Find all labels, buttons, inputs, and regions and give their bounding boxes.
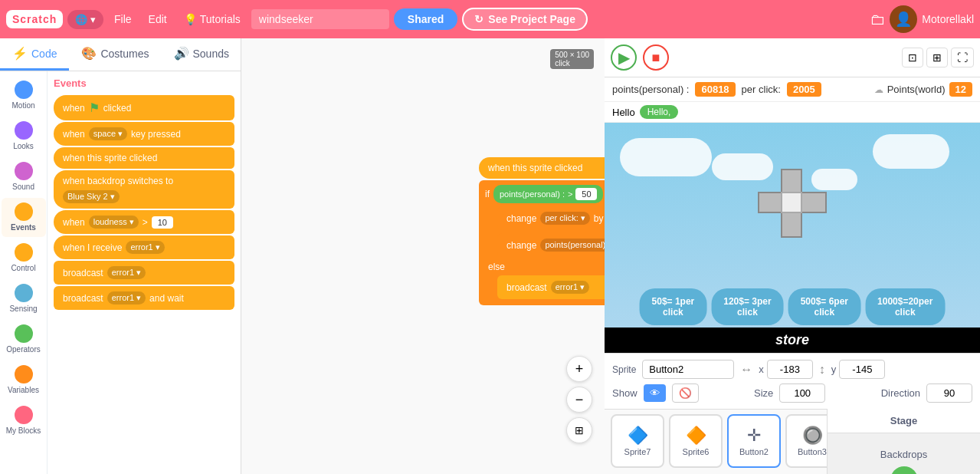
cat-motion[interactable]: Motion: [2, 76, 46, 115]
key-dropdown[interactable]: space ▾: [89, 127, 127, 140]
script-change-perclick: change per click: ▾ by 1: [497, 206, 605, 230]
size-label: 500 × 100click: [550, 49, 594, 69]
loudness-value[interactable]: 10: [152, 216, 173, 229]
per-click-label: per click:: [742, 84, 781, 95]
control-dot: [15, 243, 33, 262]
cat-operators[interactable]: Operators: [2, 320, 46, 359]
tab-bar: ⚡ Code 🎨 Costumes 🔊 Sounds: [0, 38, 241, 71]
tab-costumes[interactable]: 🎨 Costumes: [69, 38, 161, 71]
cat-control[interactable]: Control: [2, 239, 46, 278]
zoom-in-button[interactable]: +: [566, 356, 592, 382]
block-flag-clicked[interactable]: when ⚑ clicked: [54, 95, 234, 120]
cross-center: [781, 192, 802, 213]
block-broadcast[interactable]: broadcast error1 ▾: [54, 261, 234, 285]
zoom-reset-button[interactable]: ⊞: [566, 417, 592, 443]
block-broadcast-wait[interactable]: broadcast error1 ▾ and wait: [54, 286, 234, 310]
events-dot: [15, 202, 33, 221]
block-loudness[interactable]: when loudness ▾ > 10: [54, 210, 234, 234]
sprite-thumb-sprite7[interactable]: 🔷 Sprite7: [611, 414, 664, 468]
hello-bar: Hello Hello,: [605, 102, 980, 123]
change-perclick-block[interactable]: change per click: ▾ by 1: [497, 206, 605, 230]
file-menu[interactable]: File: [108, 9, 138, 29]
script-if-block[interactable]: if points(personal) : > 50 or points(per…: [479, 180, 605, 305]
see-project-button[interactable]: ↻ See Project Page: [462, 8, 588, 31]
loudness-dropdown[interactable]: loudness ▾: [89, 216, 139, 229]
motion-dot: [15, 81, 33, 99]
cat-variables[interactable]: Variables: [2, 360, 46, 400]
username-button[interactable]: Motorellakl: [922, 13, 974, 25]
categories-sidebar: Motion Looks Sound Events Control: [0, 71, 48, 474]
block-key-pressed[interactable]: when space ▾ key pressed: [54, 122, 234, 146]
stop-button[interactable]: ■: [643, 44, 669, 71]
hello-bubble: Hello,: [640, 105, 679, 119]
cat-looks-label: Looks: [13, 142, 34, 151]
y-input[interactable]: [839, 360, 885, 379]
block-sprite-clicked[interactable]: when this sprite clicked: [54, 147, 234, 169]
zoom-controls: + − ⊞: [566, 356, 592, 443]
val1-input[interactable]: 50: [575, 188, 597, 200]
store-btn-4[interactable]: 1000$=20perclick: [865, 288, 945, 325]
cat-myblocks-label: My Blocks: [6, 426, 41, 436]
size-input[interactable]: [779, 383, 825, 403]
myblocks-dot: [15, 406, 33, 424]
x-input[interactable]: [767, 360, 813, 379]
show-hidden-button[interactable]: 🚫: [672, 383, 699, 403]
direction-input[interactable]: [926, 383, 972, 403]
perclick-dropdown[interactable]: per click: ▾: [540, 212, 589, 225]
store-btn-2[interactable]: 120$= 3perclick: [711, 288, 783, 325]
stage-panel-header: Stage: [828, 409, 980, 433]
play-button[interactable]: ▶: [611, 44, 637, 71]
tab-code[interactable]: ⚡ Code: [0, 38, 69, 71]
store-btn-3[interactable]: 500$= 6perclick: [788, 288, 860, 325]
globe-button[interactable]: 🌐 ▾: [67, 10, 103, 29]
cross-sprite: [758, 169, 827, 238]
stage-layout-buttons: ⊡ ⊞ ⛶: [902, 48, 974, 67]
zoom-out-button[interactable]: −: [566, 387, 592, 413]
edit-menu[interactable]: Edit: [143, 9, 173, 29]
cat-myblocks[interactable]: My Blocks: [2, 401, 46, 440]
block-receive[interactable]: when I receive error1 ▾: [54, 235, 234, 259]
project-name-input[interactable]: [251, 9, 389, 29]
show-visible-button[interactable]: 👁: [644, 384, 666, 402]
layout-small[interactable]: ⊡: [902, 48, 923, 67]
sprite-name-row: Sprite ↔ x ↕ y: [612, 360, 972, 379]
add-backdrop-button[interactable]: +: [890, 466, 918, 474]
block-backdrop-switch[interactable]: when backdrop switches to Blue Sky 2 ▾: [54, 170, 234, 209]
tab-sounds[interactable]: 🔊 Sounds: [162, 38, 241, 71]
broadcast-else-dropdown[interactable]: error1 ▾: [551, 281, 589, 294]
broadcast-else-block[interactable]: broadcast error1 ▾: [497, 275, 605, 299]
script-when-sprite-clicked[interactable]: when this sprite clicked: [479, 157, 605, 179]
cloud-1: [620, 138, 712, 176]
tutorials-button[interactable]: 💡 Tutorials: [178, 9, 247, 29]
sprite-thumb-button3[interactable]: 🔘 Button3: [785, 414, 827, 468]
cat-looks[interactable]: Looks: [2, 117, 46, 156]
backdrop-dropdown[interactable]: Blue Sky 2 ▾: [63, 190, 120, 203]
sprite-name-input[interactable]: [642, 360, 734, 379]
size-label: Size: [754, 387, 773, 399]
cat-variables-label: Variables: [8, 386, 39, 395]
sprite-thumb-sprite6[interactable]: 🔶 Sprite6: [669, 414, 723, 468]
layout-large[interactable]: ⊞: [926, 48, 948, 67]
x-label: x: [759, 364, 764, 375]
right-panel: ▶ ■ ⊡ ⊞ ⛶ points(personal) : 60818 per c…: [605, 38, 980, 474]
broadcast-wait-dropdown[interactable]: error1 ▾: [107, 291, 146, 304]
stage-display: store 50$= 1perclick 120$= 3perclick 500…: [605, 123, 980, 353]
sprite-info: Sprite ↔ x ↕ y Show 👁 🚫 Size: [605, 353, 980, 409]
points-world: ☁ Points(world) 12: [874, 82, 972, 97]
folder-button[interactable]: 🗀: [870, 11, 885, 28]
cat-sensing[interactable]: Sensing: [2, 279, 46, 318]
cat-sound[interactable]: Sound: [2, 157, 46, 196]
condition1[interactable]: points(personal) : > 50: [493, 185, 603, 203]
sprite-list: 🔷 Sprite7 🔶 Sprite6 ✛ Button2 🔘 Button3 …: [605, 409, 827, 474]
store-btn-1[interactable]: 50$= 1perclick: [640, 288, 707, 325]
layout-fullscreen[interactable]: ⛶: [951, 48, 974, 67]
receive-dropdown[interactable]: error1 ▾: [126, 241, 164, 254]
cat-events[interactable]: Events: [2, 198, 46, 237]
xy-arrow-icon: ↔: [740, 363, 752, 377]
points-personal-dropdown[interactable]: points(personal): ▾: [540, 239, 605, 252]
change-points-block[interactable]: change points(personal): ▾ by -50: [497, 233, 605, 257]
broadcast-dropdown[interactable]: error1 ▾: [107, 266, 146, 279]
shared-button[interactable]: Shared: [394, 8, 457, 30]
stage-panel: Stage Backdrops +: [827, 409, 980, 474]
sprite-thumb-button2[interactable]: ✛ Button2: [727, 414, 781, 468]
